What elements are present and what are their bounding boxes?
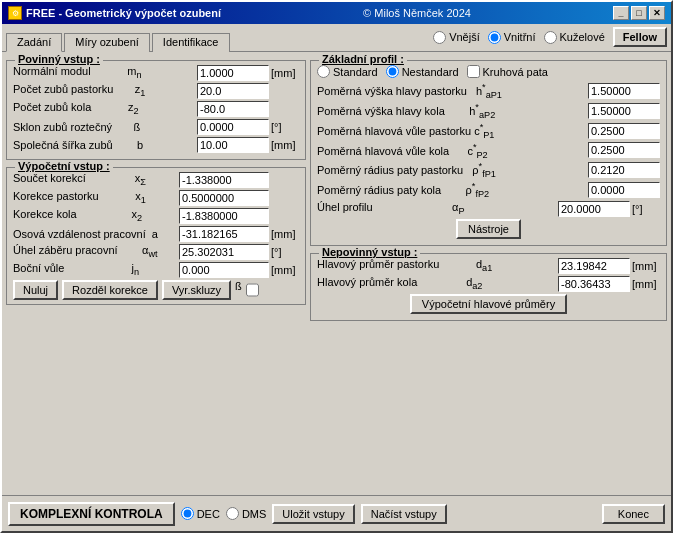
window-title: FREE - Geometrický výpočet ozubení: [26, 7, 221, 19]
cp2-label: Poměrná hlavová vůle kola c*P2: [317, 142, 586, 160]
radio-dec[interactable]: [181, 507, 194, 520]
xsigma-sub: Σ: [140, 178, 146, 188]
tab-miry[interactable]: Míry ozubení: [64, 33, 150, 52]
modul-label: Normální modul mn: [13, 65, 195, 80]
title-bar-left: ⚙ FREE - Geometrický výpočet ozubení: [8, 6, 221, 20]
radio-inner-label: Vnitřní: [504, 31, 536, 43]
kruhova-pata-checkbox[interactable]: [467, 65, 480, 78]
rhofp1-input[interactable]: [588, 162, 660, 178]
field-a: Osová vzdálenost pracovní a [mm]: [13, 226, 299, 242]
field-hap2: Poměrná výška hlavy kola h*aP2: [317, 102, 660, 120]
x2-sub: 2: [137, 214, 142, 224]
alphawt-label: Úhel záběru pracovní αwt: [13, 244, 177, 259]
field-cp2: Poměrná hlavová vůle kola c*P2: [317, 142, 660, 160]
radio-outer[interactable]: [433, 31, 446, 44]
x1-sub: 1: [141, 196, 146, 206]
minimize-button[interactable]: _: [613, 6, 629, 20]
nastroje-button[interactable]: Nástroje: [456, 219, 521, 239]
xsigma-label: Součet korekcí xΣ: [13, 172, 177, 187]
bottom-bar: KOMPLEXNÍ KONTROLA DEC DMS Uložit vstupy…: [2, 495, 671, 531]
cp1-input[interactable]: [588, 123, 660, 139]
alphawt-input[interactable]: [179, 244, 269, 260]
field-x1: Korekce pastorku x1: [13, 190, 299, 206]
hap2-input[interactable]: [588, 103, 660, 119]
cp1-label: Poměrná hlavová vůle pastorku c*P1: [317, 122, 586, 140]
title-bar: ⚙ FREE - Geometrický výpočet ozubení © M…: [2, 2, 671, 24]
radio-standard[interactable]: [317, 65, 330, 78]
field-beta: Sklon zubů roztečný ß [°]: [13, 119, 299, 135]
z2-label: Počet zubů kola z2: [13, 101, 195, 116]
zakladni-profil-title: Základní profil :: [319, 53, 407, 65]
tabs-left: Zadání Míry ozubení Identifikace: [6, 32, 230, 51]
rhofp1-label: Poměrný rádius paty pastorku ρ*fP1: [317, 161, 586, 179]
tabs-right: Vnější Vnitřní Kuželové Fellow: [433, 27, 667, 51]
app-icon: ⚙: [8, 6, 22, 20]
beta-checkbox[interactable]: [246, 280, 259, 300]
konec-button[interactable]: Konec: [602, 504, 665, 524]
radio-kuzelove[interactable]: [544, 31, 557, 44]
field-rhofp2: Poměrný rádius paty kola ρ*fP2: [317, 181, 660, 199]
beta-unit: [°]: [271, 121, 299, 133]
a-label: Osová vzdálenost pracovní a: [13, 228, 177, 240]
b-unit: [mm]: [271, 139, 299, 151]
komplexni-button[interactable]: KOMPLEXNÍ KONTROLA: [8, 502, 175, 526]
jn-unit: [mm]: [271, 264, 299, 276]
rozdel-button[interactable]: Rozděl korekce: [62, 280, 158, 300]
x2-input[interactable]: [179, 208, 269, 224]
cp2-input[interactable]: [588, 142, 660, 158]
z1-label: Počet zubů pastorku z1: [13, 83, 195, 98]
tab-identifikace[interactable]: Identifikace: [152, 33, 230, 52]
beta-input[interactable]: [197, 119, 269, 135]
modul-input[interactable]: [197, 65, 269, 81]
zakladni-profil-group: Základní profil : Standard Nestandard Kr…: [310, 60, 667, 246]
radio-nestandard-group: Nestandard: [386, 65, 459, 78]
da1-input[interactable]: [558, 258, 630, 274]
alphawt-unit: [°]: [271, 246, 299, 258]
field-rhofp1: Poměrný rádius paty pastorku ρ*fP1: [317, 161, 660, 179]
z2-input[interactable]: [197, 101, 269, 117]
z1-input[interactable]: [197, 83, 269, 99]
b-input[interactable]: [197, 137, 269, 153]
nuluj-button[interactable]: Nuluj: [13, 280, 58, 300]
vypocetni-hlavove-button[interactable]: Výpočetní hlavové průměry: [410, 294, 567, 314]
da2-input[interactable]: [558, 276, 630, 292]
nacist-button[interactable]: Načíst vstupy: [361, 504, 447, 524]
left-panel: Povinný vstup : Normální modul mn [mm] P…: [6, 56, 306, 491]
field-da1: Hlavový průměr pastorku da1 [mm]: [317, 258, 660, 274]
ulozit-button[interactable]: Uložit vstupy: [272, 504, 354, 524]
alphawt-sub: wt: [148, 250, 157, 260]
da2-sub: a2: [472, 282, 482, 292]
beta-checkbox-label: ß: [235, 280, 242, 300]
x1-input[interactable]: [179, 190, 269, 206]
hap1-input[interactable]: [588, 83, 660, 99]
alphap-input[interactable]: [558, 201, 630, 217]
hap1-label: Poměrná výška hlavy pastorku h*aP1: [317, 82, 586, 100]
povinny-vstup-title: Povinný vstup :: [15, 53, 103, 65]
maximize-button[interactable]: □: [631, 6, 647, 20]
radio-inner[interactable]: [488, 31, 501, 44]
xsigma-input[interactable]: [179, 172, 269, 188]
content-area: Povinný vstup : Normální modul mn [mm] P…: [2, 52, 671, 495]
dms-label: DMS: [242, 508, 266, 520]
close-button[interactable]: ✕: [649, 6, 665, 20]
fellow-button[interactable]: Fellow: [613, 27, 667, 47]
x1-label: Korekce pastorku x1: [13, 190, 177, 205]
bottom-left-buttons: Nuluj Rozděl korekce Vyr.skluzy ß: [13, 280, 299, 300]
rhofp2-input[interactable]: [588, 182, 660, 198]
radio-nestandard[interactable]: [386, 65, 399, 78]
radio-nestandard-label: Nestandard: [402, 66, 459, 78]
field-cp1: Poměrná hlavová vůle pastorku c*P1: [317, 122, 660, 140]
jn-input[interactable]: [179, 262, 269, 278]
x2-label: Korekce kola x2: [13, 208, 177, 223]
field-z2: Počet zubů kola z2: [13, 101, 299, 117]
vyrskluzy-button[interactable]: Vyr.skluzy: [162, 280, 231, 300]
alphap-unit: [°]: [632, 203, 660, 215]
a-input[interactable]: [179, 226, 269, 242]
hap1-sub: aP1: [486, 90, 502, 100]
radio-dms[interactable]: [226, 507, 239, 520]
right-panel: Základní profil : Standard Nestandard Kr…: [310, 56, 667, 491]
radio-kuzelove-label: Kuželové: [560, 31, 605, 43]
tab-zadani[interactable]: Zadání: [6, 33, 62, 52]
field-jn: Boční vůle jn [mm]: [13, 262, 299, 278]
vypocetni-vstup-title: Výpočetní vstup :: [15, 160, 113, 172]
